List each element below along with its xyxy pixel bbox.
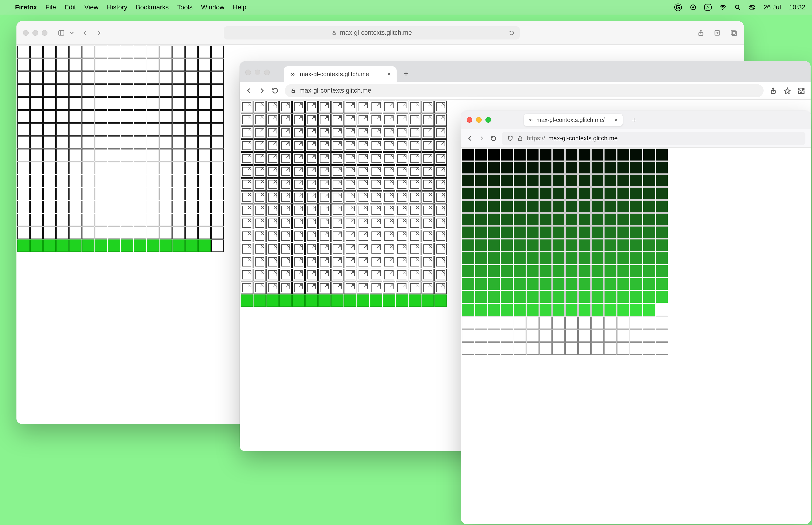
extensions-puzzle-icon[interactable] xyxy=(798,87,805,94)
control-center-icon[interactable] xyxy=(749,4,755,11)
grid-cell xyxy=(43,201,56,213)
grid-cell xyxy=(108,97,120,110)
grid-cell xyxy=(514,252,526,265)
close-tab-icon[interactable]: × xyxy=(614,116,618,124)
minimise-window-button[interactable] xyxy=(476,117,482,123)
grid-cell xyxy=(134,175,146,187)
grid-cell xyxy=(198,201,211,213)
close-window-button[interactable] xyxy=(466,117,472,123)
svg-point-1 xyxy=(692,6,694,8)
menubar-time[interactable]: 10:32 xyxy=(789,3,806,11)
chevron-down-icon[interactable] xyxy=(68,29,75,36)
menu-tools[interactable]: Tools xyxy=(177,3,193,11)
back-button-icon[interactable] xyxy=(466,135,473,142)
grid-cell xyxy=(134,162,146,174)
grid-cell xyxy=(211,227,224,239)
grid-cell xyxy=(514,226,526,239)
grid-cell xyxy=(578,226,591,239)
minimise-window-button[interactable] xyxy=(255,70,260,75)
grid-cell xyxy=(643,252,655,265)
grid-cell xyxy=(383,178,395,191)
menubar-date[interactable]: 26 Jul xyxy=(763,3,781,11)
menu-history[interactable]: History xyxy=(107,3,127,11)
grid-cell xyxy=(198,84,211,97)
sidebar-toggle-icon[interactable] xyxy=(58,29,65,36)
grid-cell xyxy=(617,304,629,316)
menu-view[interactable]: View xyxy=(85,3,98,11)
grid-cell xyxy=(656,304,668,316)
grid-cell xyxy=(95,149,107,162)
grid-cell xyxy=(185,201,198,213)
grid-cell xyxy=(552,213,565,226)
menu-bookmarks[interactable]: Bookmarks xyxy=(136,3,169,11)
forward-button-icon[interactable] xyxy=(478,135,485,142)
back-button-icon[interactable] xyxy=(245,87,252,94)
grid-cell xyxy=(578,187,591,200)
grid-cell xyxy=(370,191,382,204)
chrome-tab-active[interactable]: ∞ max-gl-contexts.glitch.me × xyxy=(284,66,397,82)
screen-record-icon[interactable] xyxy=(690,4,696,11)
grid-cell xyxy=(305,282,318,294)
grid-cell xyxy=(396,256,408,268)
menu-window[interactable]: Window xyxy=(201,3,224,11)
share-icon[interactable] xyxy=(698,29,704,36)
svg-rect-11 xyxy=(333,33,335,34)
grid-cell xyxy=(254,152,266,165)
grid-cell xyxy=(565,252,578,265)
grid-cell xyxy=(604,304,616,316)
grid-cell xyxy=(30,162,43,174)
battery-charging-glyph: ⚡︎ xyxy=(706,5,709,10)
minimise-window-button[interactable] xyxy=(32,30,38,36)
share-icon[interactable] xyxy=(770,87,777,94)
grid-cell xyxy=(475,162,487,174)
forward-button-icon[interactable] xyxy=(258,87,265,94)
close-window-button[interactable] xyxy=(245,70,251,75)
menu-edit[interactable]: Edit xyxy=(64,3,76,11)
new-tab-icon[interactable] xyxy=(714,29,721,36)
grid-cell xyxy=(134,84,146,97)
firefox-tab-title: max-gl-contexts.glitch.me/ xyxy=(536,117,604,123)
firefox-address-bar[interactable]: https://max-gl-contexts.glitch.me xyxy=(502,132,806,145)
grid-cell xyxy=(604,162,616,174)
reload-icon[interactable] xyxy=(490,135,497,142)
spotlight-search-icon[interactable] xyxy=(734,4,741,11)
firefox-tab-active[interactable]: ∞ max-gl-contexts.glitch.me/ × xyxy=(524,114,623,126)
grid-cell xyxy=(43,84,56,97)
tracking-shield-icon[interactable] xyxy=(507,135,514,142)
grid-cell xyxy=(591,304,603,316)
grid-cell xyxy=(292,282,305,294)
menubar-app-name[interactable]: Firefox xyxy=(15,3,37,11)
grid-cell xyxy=(318,139,331,152)
zoom-window-button[interactable] xyxy=(42,30,47,36)
safari-address-bar[interactable]: max-gl-contexts.glitch.me xyxy=(224,26,520,40)
menu-help[interactable]: Help xyxy=(233,3,246,11)
svg-line-4 xyxy=(738,8,740,10)
forward-button-icon[interactable] xyxy=(95,29,103,36)
grid-cell xyxy=(488,329,500,342)
back-button-icon[interactable] xyxy=(82,29,89,36)
reload-icon[interactable] xyxy=(272,87,279,94)
grid-cell xyxy=(254,295,266,307)
zoom-window-button[interactable] xyxy=(486,117,491,123)
reload-icon[interactable] xyxy=(509,30,515,36)
close-window-button[interactable] xyxy=(23,30,29,36)
grid-cell xyxy=(344,295,356,307)
tab-overview-icon[interactable] xyxy=(730,29,737,36)
grid-cell xyxy=(656,213,668,226)
new-tab-button[interactable]: + xyxy=(628,114,640,126)
grid-cell xyxy=(383,230,395,242)
grid-cell xyxy=(305,204,318,216)
menu-file[interactable]: File xyxy=(45,3,56,11)
chrome-address-bar[interactable]: max-gl-contexts.glitch.me xyxy=(285,84,764,97)
new-tab-button[interactable]: + xyxy=(399,67,413,81)
zoom-window-button[interactable] xyxy=(264,70,270,75)
bookmark-star-icon[interactable] xyxy=(784,87,791,94)
close-tab-icon[interactable]: × xyxy=(387,70,391,78)
grammarly-status-icon[interactable]: G xyxy=(674,3,682,11)
grid-cell xyxy=(370,217,382,229)
battery-status-icon[interactable]: ⚡︎ xyxy=(704,4,711,11)
grid-cell xyxy=(318,217,331,229)
wifi-icon[interactable] xyxy=(719,4,726,11)
grid-cell xyxy=(526,317,539,329)
grid-cell xyxy=(121,46,133,58)
